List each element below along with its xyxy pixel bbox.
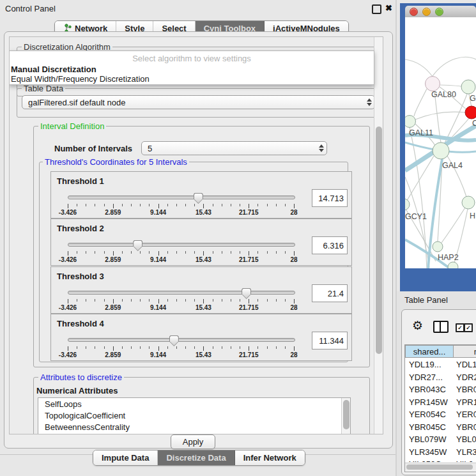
attribute-list-item[interactable]: SelfLoops [38, 398, 350, 410]
number-of-intervals-value: 5 [148, 144, 316, 153]
close-traffic-light-icon[interactable] [410, 8, 418, 16]
node-top-right[interactable] [461, 80, 475, 94]
table-row[interactable]: YBL079WYBL0... [405, 433, 476, 446]
threshold-4-slider-thumb[interactable] [169, 335, 179, 346]
panel-scrollbar-track[interactable] [374, 37, 383, 434]
slider-tick-label: 9.144 [150, 304, 166, 311]
slider-tick [77, 204, 77, 206]
algorithm-option-manual[interactable]: Manual Discretization [11, 65, 96, 74]
slider-tick [140, 346, 141, 349]
node-gal11[interactable] [405, 116, 416, 128]
table-row[interactable]: YLR345WYLR3... [405, 446, 476, 459]
cell-name: YLR3... [456, 446, 476, 458]
slider-tick-label: 15.43 [196, 256, 211, 263]
slider-ticks: -3.4262.8599.14415.4321.71528 [51, 267, 351, 313]
apply-button[interactable]: Apply [171, 434, 215, 449]
slider-tick [131, 346, 132, 349]
float-panel-icon[interactable] [372, 4, 381, 14]
slider-tick [176, 346, 177, 349]
slider-tick [240, 251, 240, 254]
threshold-4-value-field[interactable]: 11.344 [312, 332, 348, 349]
table-row[interactable]: YIL052CYIL0... [405, 458, 476, 462]
threshold-3-value-field[interactable]: 21.4 [312, 284, 348, 302]
column-header-shared-name[interactable]: shared... [405, 345, 454, 358]
node-gal80[interactable] [426, 77, 440, 91]
slider-tick [257, 251, 258, 254]
slider-tick [276, 204, 277, 206]
tab-impute-data[interactable]: Impute Data [93, 450, 158, 465]
table-panel-title: Table Panel [404, 295, 448, 305]
network-canvas[interactable]: GAL80 G C GAL11 GAL4 GCY1 H HAP2 [405, 17, 476, 268]
hscrollbar-thumb[interactable] [406, 464, 473, 470]
table-row[interactable]: YER054CYER0... [405, 408, 476, 421]
slider-tick [122, 346, 123, 349]
slider-tick [86, 251, 86, 254]
column-header-name[interactable]: na [453, 345, 476, 358]
threshold-1-slider-thumb[interactable] [194, 193, 203, 204]
slider-tick [240, 204, 240, 206]
cell-shared-name: YDR27... [409, 371, 443, 383]
minimize-traffic-light-icon[interactable] [422, 8, 431, 16]
number-of-intervals-label: Number of Intervals [54, 144, 132, 153]
slider-tick [240, 346, 240, 349]
table-row[interactable]: YDR27...YDR2... [405, 371, 476, 384]
numerical-attributes-list[interactable]: SelfLoopsTopologicalCoefficientBetweenne… [38, 397, 351, 434]
slider-tick [167, 251, 168, 254]
slider-tick-label: 9.144 [150, 209, 166, 216]
attribute-list-item[interactable]: BetweennessCentrality [38, 421, 350, 433]
slider-tick [113, 204, 114, 208]
threshold-3-slider-thumb[interactable] [242, 288, 251, 299]
tab-infer-network[interactable]: Infer Network [235, 450, 305, 465]
number-of-intervals-combobox[interactable]: 5 [141, 141, 327, 155]
node-gcy1[interactable] [405, 199, 410, 210]
slider-tick [104, 204, 105, 206]
table-row[interactable]: YBR045CYBR0... [405, 421, 476, 434]
tab-discretize-data[interactable]: Discretize Data [158, 450, 234, 465]
threshold-2-slider-thumb[interactable] [133, 240, 142, 251]
slider-tick-label: 2.859 [105, 256, 121, 263]
table-row[interactable]: YPR145WYPR1... [405, 396, 476, 409]
node-gal4[interactable] [433, 142, 449, 159]
slider-tick [86, 346, 86, 349]
slider-tick [149, 299, 150, 302]
slider-tick [240, 299, 240, 302]
table-row[interactable]: YBR043CYBR0... [405, 383, 476, 396]
slider-tick [68, 299, 68, 303]
close-panel-icon[interactable]: ✖ [385, 4, 392, 12]
slider-tick [267, 204, 268, 206]
algorithm-option-equal-width[interactable]: Equal Width/Frequency Discretization [11, 74, 150, 84]
slider-tick [231, 251, 231, 254]
panel-scrollbar-thumb[interactable] [376, 127, 382, 354]
attribute-list-item[interactable]: TopologicalCoefficient [38, 410, 350, 421]
slider-tick [95, 204, 95, 206]
node-red-selected[interactable] [465, 106, 476, 119]
slider-tick [294, 204, 295, 208]
table-data-combobox[interactable]: galFiltered.sif default node [22, 95, 375, 109]
checkbox-checked-icon[interactable]: ✓ [464, 323, 473, 332]
slider-tick [95, 299, 95, 302]
hscrollbar-track[interactable] [405, 463, 476, 471]
threshold-2-value-field[interactable]: 6.316 [312, 236, 348, 254]
threshold-1-value-field[interactable]: 14.713 [312, 189, 348, 207]
node-hap2[interactable] [433, 242, 443, 252]
table-row[interactable]: YDL19...YDL1... [405, 358, 476, 371]
slider-tick [285, 299, 286, 302]
checkbox-checked-icon[interactable]: ✓ [456, 323, 464, 332]
gear-icon[interactable]: ⚙ [412, 319, 423, 332]
slider-tick [231, 204, 231, 206]
split-columns-icon[interactable] [433, 321, 449, 333]
zoom-traffic-light-icon[interactable] [435, 8, 443, 16]
numerical-attributes-header: Numerical Attributes [36, 386, 118, 395]
slider-tick-label: 2.859 [105, 304, 121, 311]
slider-tick-label: 2.859 [105, 209, 121, 216]
slider-tick [213, 346, 213, 349]
node-h[interactable] [462, 196, 475, 209]
slider-tick-label: 28 [290, 304, 297, 311]
slider-tick-label: 21.715 [239, 304, 259, 311]
list-scrollbar-thumb[interactable] [343, 400, 349, 429]
network-window-titlebar[interactable] [405, 6, 476, 18]
node-bottom-partial[interactable] [448, 262, 458, 268]
list-scrollbar-track[interactable] [341, 398, 350, 434]
slider-tick [185, 346, 186, 349]
slider-tick [104, 299, 105, 302]
